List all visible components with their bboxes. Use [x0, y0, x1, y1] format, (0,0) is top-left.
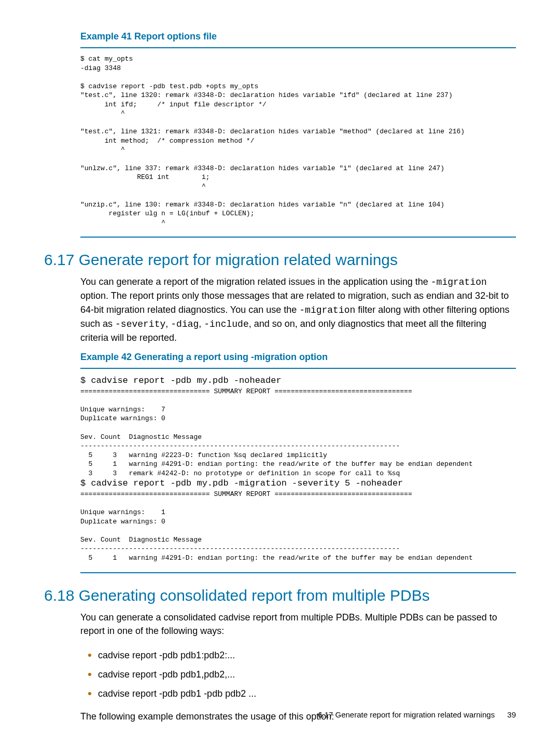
example42-title: Example 42 Generating a report using -mi… — [80, 352, 516, 363]
page-number: 39 — [507, 710, 516, 719]
example42-rule-bottom — [80, 572, 516, 573]
code-diag: -diag — [171, 319, 199, 329]
p617-pre: You can generate a report of the migrati… — [80, 277, 431, 287]
section-6-18-heading: 6.18 Generating consolidated report from… — [44, 587, 516, 604]
example42-block1: ================================ SUMMARY… — [80, 388, 473, 477]
example42-code: $ cadvise report -pdb my.pdb -noheader =… — [80, 375, 516, 563]
section-6-17-paragraph: You can generate a report of the migrati… — [80, 275, 516, 344]
example41-code: $ cat my_opts -diag 3348 $ cadvise repor… — [80, 54, 516, 227]
code-severity: -severity — [115, 319, 165, 329]
p617-sep2: , — [199, 319, 204, 329]
section-6-18-bullets: cadvise report -pdb pdb1:pdb2:... cadvis… — [80, 645, 516, 703]
example42-cmd1: $ cadvise report -pdb my.pdb -noheader — [80, 376, 282, 385]
code-include: -include — [204, 319, 248, 329]
example41-rule-bottom — [80, 237, 516, 238]
section-6-17-heading: 6.17 Generate report for migration relat… — [44, 251, 516, 269]
example41-rule-top — [80, 47, 516, 48]
section-6-18-intro: You can generate a consolidated cadvise … — [80, 611, 516, 638]
list-item: cadvise report -pdb pdb1:pdb2:... — [98, 645, 516, 664]
list-item: cadvise report -pdb pdb1 -pdb pdb2 ... — [98, 683, 516, 702]
code-migration-1: -migration — [431, 277, 487, 287]
list-item: cadvise report -pdb pdb1,pdb2,... — [98, 664, 516, 683]
example41-title: Example 41 Report options file — [80, 31, 516, 42]
code-migration-2: -migration — [299, 305, 355, 315]
example42-cmd2: $ cadvise report -pdb my.pdb -migration … — [80, 478, 403, 488]
example42-block2: ================================ SUMMARY… — [80, 490, 473, 562]
footer-text: 6.17 Generate report for migration relat… — [318, 710, 495, 719]
p617-sep1: , — [165, 319, 171, 329]
page-footer: 6.17 Generate report for migration relat… — [318, 710, 516, 719]
example42-rule-top — [80, 368, 516, 369]
